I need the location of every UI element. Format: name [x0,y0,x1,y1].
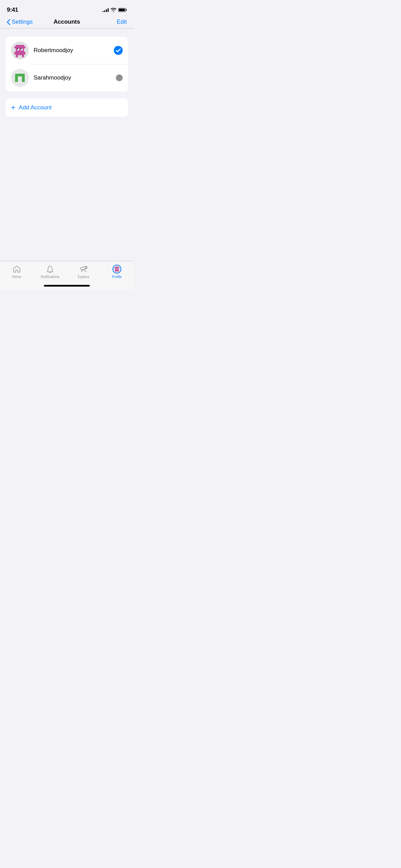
tab-home[interactable]: Home [0,265,34,279]
tab-notifications-label: Notifications [41,275,59,279]
svg-rect-23 [18,76,22,79]
svg-rect-15 [16,52,24,55]
status-time: 9:41 [7,7,18,13]
account-name-robert: Robertmoodjoy [34,47,114,54]
svg-rect-39 [118,271,119,272]
svg-point-18 [114,46,123,55]
svg-rect-22 [22,74,25,82]
svg-rect-2 [119,9,125,11]
svg-rect-38 [115,271,116,272]
add-account-button[interactable]: + Add Account [5,98,128,117]
edit-button[interactable]: Edit [117,19,127,25]
profile-avatar-tab [112,265,121,274]
content-area: Robertmoodjoy Sarahmoodjoy [0,28,134,125]
svg-rect-16 [16,55,18,57]
account-item-robert[interactable]: Robertmoodjoy [5,37,128,64]
tab-home-label: Home [12,275,21,279]
svg-rect-4 [16,45,24,47]
svg-rect-29 [115,267,119,268]
active-check-icon [114,46,123,55]
back-button[interactable]: Settings [7,19,33,25]
svg-rect-36 [117,268,118,268]
offline-indicator [116,74,123,81]
bell-icon [46,265,54,274]
svg-rect-37 [115,270,119,271]
svg-rect-35 [116,268,116,268]
avatar-robert [11,41,29,59]
avatar-sarah [11,69,29,87]
signal-icon [102,8,109,12]
tab-explore-label: Explore [78,275,89,279]
svg-rect-1 [126,9,127,11]
svg-rect-11 [21,48,22,49]
add-account-label: Add Account [19,104,51,111]
svg-rect-21 [15,74,18,82]
accounts-list: Robertmoodjoy Sarahmoodjoy [5,37,128,92]
telescope-icon [79,265,88,274]
tab-notifications[interactable]: Notifications [34,265,67,279]
svg-rect-10 [17,48,18,49]
back-label: Settings [12,19,33,25]
status-icons [102,8,127,12]
status-bar: 9:41 [0,0,134,15]
wifi-icon [111,8,116,12]
svg-rect-17 [22,55,24,57]
page-title: Accounts [53,19,80,25]
battery-icon [118,8,127,12]
chevron-left-icon [7,19,10,25]
account-item-sarah[interactable]: Sarahmoodjoy [5,64,128,92]
account-name-sarah: Sarahmoodjoy [34,74,116,81]
add-plus-icon: + [11,104,15,111]
home-indicator [44,285,90,287]
svg-rect-7 [16,47,24,52]
nav-bar: Settings Accounts Edit [0,15,134,28]
svg-rect-32 [115,268,119,270]
tab-profile-label: Profile [112,275,122,279]
home-icon [12,265,21,274]
tab-explore[interactable]: Explore [67,265,100,279]
tab-profile[interactable]: Profile [100,265,134,279]
add-account-card: + Add Account [5,98,128,117]
